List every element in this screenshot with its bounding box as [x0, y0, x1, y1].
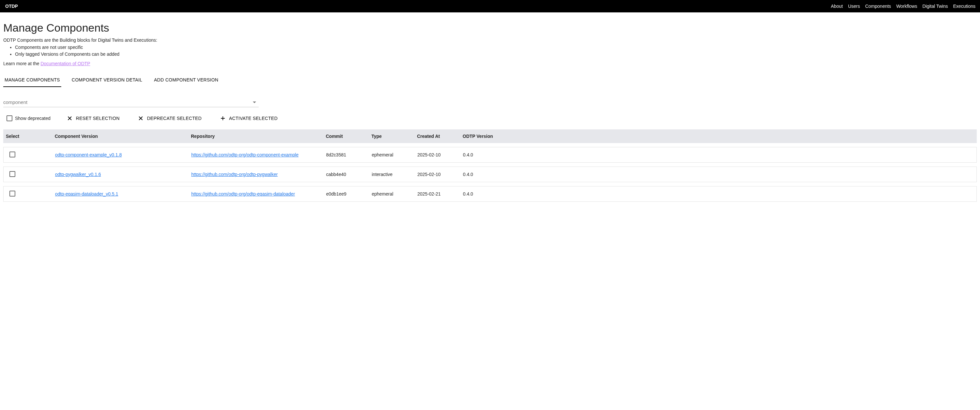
top-nav: About Users Components Workflows Digital… — [831, 3, 977, 9]
odtp-cell: 0.4.0 — [460, 152, 977, 158]
components-table: Select Component Version Repository Comm… — [3, 129, 977, 202]
learn-more-prefix: Learn more at the — [3, 61, 40, 66]
nav-workflows[interactable]: Workflows — [896, 3, 917, 9]
show-deprecated-toggle[interactable]: Show deprecated — [6, 115, 51, 121]
component-version-link[interactable]: odtp-eqasim-dataloader_v0.5.1 — [55, 191, 118, 196]
plus-icon — [220, 115, 226, 121]
commit-cell: cabb4e40 — [323, 172, 369, 177]
intro-list: Components are not user specific Only ta… — [3, 44, 977, 58]
activate-selected-label: ACTIVATE SELECTED — [229, 116, 278, 121]
filter-row: component — [3, 97, 259, 107]
nav-users[interactable]: Users — [848, 3, 860, 9]
header-version: Component Version — [52, 134, 188, 139]
row-checkbox[interactable] — [10, 152, 15, 158]
actions-row: Show deprecated RESET SELECTION DEPRECAT… — [3, 115, 977, 121]
created-cell: 2025-02-21 — [415, 191, 460, 196]
page-content: Manage Components ODTP Components are th… — [0, 13, 980, 202]
table-row: odtp-component-example_v0.1.8 https://gi… — [3, 147, 977, 163]
close-icon — [138, 115, 144, 121]
tab-component-version-detail[interactable]: COMPONENT VERSION DETAIL — [70, 74, 144, 87]
close-icon — [67, 115, 73, 121]
nav-digital-twins[interactable]: Digital Twins — [922, 3, 948, 9]
component-select-placeholder: component — [3, 99, 27, 105]
tabs: MANAGE COMPONENTS COMPONENT VERSION DETA… — [3, 74, 977, 87]
app-header: OTDP About Users Components Workflows Di… — [0, 0, 980, 13]
created-cell: 2025-02-10 — [415, 172, 460, 177]
commit-cell: e0db1ee9 — [323, 191, 369, 196]
learn-more: Learn more at the Documentation of ODTP — [3, 61, 977, 66]
reset-selection-label: RESET SELECTION — [76, 116, 119, 121]
intro-bullet: Components are not user specific — [15, 44, 977, 51]
show-deprecated-label: Show deprecated — [15, 116, 51, 121]
deprecate-selected-button[interactable]: DEPRECATE SELECTED — [136, 115, 204, 121]
component-version-link[interactable]: odtp-pygwalker_v0.1.6 — [55, 172, 101, 177]
odtp-cell: 0.4.0 — [460, 172, 977, 177]
component-version-link[interactable]: odtp-component-example_v0.1.8 — [55, 152, 122, 158]
chevron-down-icon — [253, 101, 256, 103]
type-cell: ephemeral — [369, 191, 415, 196]
nav-components[interactable]: Components — [865, 3, 891, 9]
nav-executions[interactable]: Executions — [953, 3, 975, 9]
activate-selected-button[interactable]: ACTIVATE SELECTED — [218, 115, 280, 121]
tab-add-component-version[interactable]: ADD COMPONENT VERSION — [153, 74, 220, 87]
type-cell: interactive — [369, 172, 415, 177]
row-checkbox[interactable] — [10, 191, 15, 196]
header-type: Type — [369, 134, 414, 139]
nav-about[interactable]: About — [831, 3, 843, 9]
tab-manage-components[interactable]: MANAGE COMPONENTS — [3, 74, 61, 87]
repository-link[interactable]: https://github.com/odtp-org/odtp-eqasim-… — [191, 191, 295, 196]
header-select: Select — [3, 134, 52, 139]
reset-selection-button[interactable]: RESET SELECTION — [65, 115, 121, 121]
header-repo: Repository — [188, 134, 323, 139]
commit-cell: 8d2c3581 — [323, 152, 369, 158]
header-odtp: ODTP Version — [460, 134, 977, 139]
created-cell: 2025-02-10 — [415, 152, 460, 158]
intro-text: ODTP Components are the Building blocks … — [3, 37, 977, 43]
odtp-cell: 0.4.0 — [460, 191, 977, 196]
table-header: Select Component Version Repository Comm… — [3, 129, 977, 143]
brand[interactable]: OTDP — [3, 3, 18, 9]
intro-bullet: Only tagged Versions of Components can b… — [15, 51, 977, 58]
type-cell: ephemeral — [369, 152, 415, 158]
header-created: Created At — [414, 134, 460, 139]
repository-link[interactable]: https://github.com/odtp-org/odtp-pygwalk… — [191, 172, 278, 177]
deprecate-selected-label: DEPRECATE SELECTED — [147, 116, 202, 121]
row-checkbox[interactable] — [10, 171, 15, 177]
repository-link[interactable]: https://github.com/odtp-org/odtp-compone… — [191, 152, 298, 158]
table-row: odtp-pygwalker_v0.1.6 https://github.com… — [3, 166, 977, 182]
table-row: odtp-eqasim-dataloader_v0.5.1 https://gi… — [3, 186, 977, 202]
component-select[interactable]: component — [3, 97, 259, 107]
header-commit: Commit — [323, 134, 369, 139]
checkbox-icon — [6, 115, 13, 121]
page-title: Manage Components — [3, 22, 977, 34]
documentation-link[interactable]: Documentation of ODTP — [40, 61, 90, 66]
